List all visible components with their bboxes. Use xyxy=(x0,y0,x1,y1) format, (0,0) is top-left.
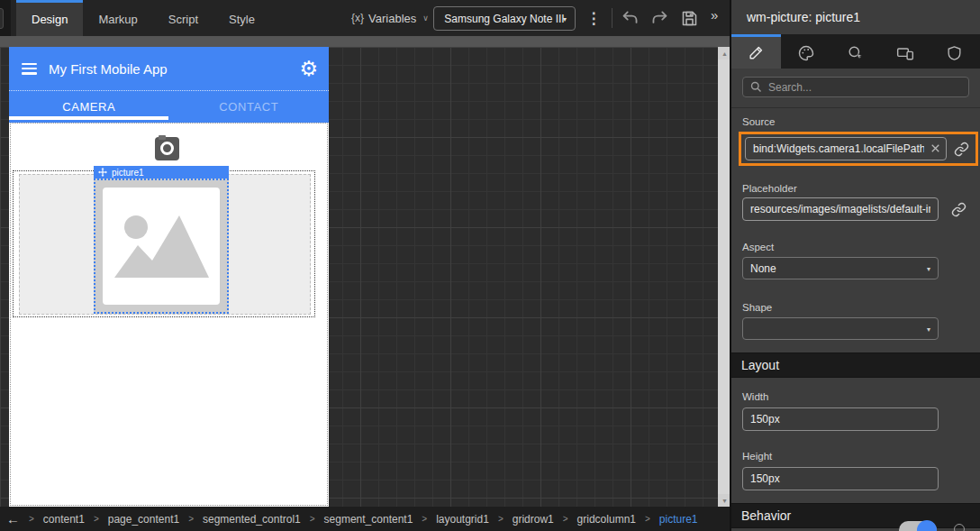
source-label: Source xyxy=(742,116,969,127)
breadcrumb-item-segment-content1[interactable]: segment_content1 xyxy=(324,513,413,526)
source-input[interactable] xyxy=(745,137,947,160)
redo-icon xyxy=(650,10,668,26)
inspector-icon-tabs xyxy=(731,34,980,69)
save-button[interactable] xyxy=(678,8,700,28)
bind-source-button[interactable] xyxy=(950,142,972,157)
breadcrumb-separator-icon: > xyxy=(563,514,568,524)
source-field-highlight xyxy=(739,132,978,166)
gear-icon[interactable]: ⚙ xyxy=(299,59,318,79)
left-panel-toggle[interactable] xyxy=(0,8,4,29)
layout-section-header[interactable]: Layout xyxy=(731,352,980,378)
breadcrumb-item-picture1[interactable]: picture1 xyxy=(659,513,698,526)
canvas-top-strip xyxy=(0,36,731,47)
behavior-toggle[interactable] xyxy=(899,521,937,531)
tab-design[interactable]: Design xyxy=(16,0,83,36)
pencil-icon xyxy=(748,44,765,61)
link-icon xyxy=(954,142,969,157)
back-arrow-icon[interactable]: ← xyxy=(6,511,20,526)
tab-properties[interactable] xyxy=(731,34,781,69)
editor-mode-tabs: Design Markup Script Style xyxy=(16,0,270,36)
height-input[interactable] xyxy=(742,467,939,490)
redo-button[interactable] xyxy=(649,8,670,28)
behavior-section-header[interactable]: Behavior xyxy=(731,503,980,528)
device-selector[interactable]: Samsung Galaxy Note III ▾ xyxy=(433,6,576,31)
chevron-down-icon: ∨ xyxy=(422,14,429,23)
breadcrumb-item-gridrow1[interactable]: gridrow1 xyxy=(513,513,554,526)
mobile-app-header: My First Mobile App ⚙ xyxy=(9,47,329,90)
breadcrumb-separator-icon: > xyxy=(310,514,315,524)
properties-panel: wm-picture: picture1 S xyxy=(730,0,980,531)
collapse-panel-button[interactable]: » xyxy=(711,7,718,23)
breadcrumb-item-content1[interactable]: content1 xyxy=(43,513,85,526)
hamburger-menu-icon[interactable] xyxy=(22,63,37,75)
breadcrumb-separator-icon: > xyxy=(498,514,504,524)
placeholder-label: Placeholder xyxy=(742,183,969,194)
variables-button[interactable]: {x} Variables ∨ xyxy=(351,0,429,36)
close-icon xyxy=(929,142,942,155)
double-chevron-icon: » xyxy=(711,7,718,23)
segment-content-area: picture1 xyxy=(10,123,328,506)
selected-widget-label[interactable]: picture1 xyxy=(94,166,229,179)
variables-icon: {x} xyxy=(351,12,364,24)
camera-widget[interactable] xyxy=(155,137,179,160)
tab-events[interactable] xyxy=(830,34,880,69)
picture-placeholder[interactable] xyxy=(94,179,229,314)
camera-lens-icon xyxy=(160,142,174,155)
camera-notch xyxy=(159,135,166,140)
aspect-select[interactable]: None ▾ xyxy=(742,257,939,279)
picture-widget[interactable]: picture1 xyxy=(94,166,229,314)
bind-placeholder-button[interactable] xyxy=(948,202,969,217)
property-search xyxy=(742,77,969,97)
shield-icon xyxy=(946,44,963,62)
palette-icon xyxy=(797,44,815,62)
move-cross-icon xyxy=(98,168,107,177)
top-toolbar: Design Markup Script Style {x} Variables… xyxy=(0,0,731,36)
widget-breadcrumb: ← > content1 > page_content1 > segmented… xyxy=(0,507,731,531)
width-input[interactable] xyxy=(742,407,939,431)
device-selector-value: Samsung Galaxy Note III xyxy=(444,13,564,25)
tab-script[interactable]: Script xyxy=(153,0,213,36)
aspect-value: None xyxy=(750,262,776,275)
active-segment-underline xyxy=(9,116,168,120)
breadcrumb-separator-icon: > xyxy=(29,514,34,524)
tab-security[interactable] xyxy=(930,34,979,69)
undo-button[interactable] xyxy=(620,8,641,28)
more-options-button[interactable]: ⋮ xyxy=(585,6,602,31)
search-input[interactable] xyxy=(742,77,969,97)
dropdown-arrow-icon: ▾ xyxy=(927,325,930,334)
left-edge-strip xyxy=(0,0,11,36)
breadcrumb-separator-icon: > xyxy=(645,514,650,524)
shape-label: Shape xyxy=(742,302,969,313)
placeholder-input[interactable] xyxy=(742,197,939,221)
undo-icon xyxy=(622,10,640,26)
panel-divider xyxy=(731,107,980,108)
shape-select[interactable]: ▾ xyxy=(742,317,939,340)
breadcrumb-item-page-content1[interactable]: page_content1 xyxy=(108,513,179,526)
breadcrumb-item-segmented-control1[interactable]: segmented_control1 xyxy=(203,513,301,526)
aspect-label: Aspect xyxy=(742,242,969,252)
height-label: Height xyxy=(742,451,969,462)
scroll-down-icon: ▼ xyxy=(721,498,728,504)
dropdown-arrow-icon: ▾ xyxy=(927,265,930,273)
devices-icon xyxy=(895,44,915,62)
save-icon xyxy=(680,9,699,28)
tab-styles[interactable] xyxy=(781,34,830,69)
placeholder-field-row xyxy=(742,197,969,221)
link-icon xyxy=(951,202,966,217)
segment-tab-contact[interactable]: CONTACT xyxy=(169,91,330,123)
image-placeholder-icon xyxy=(103,188,220,305)
search-icon xyxy=(749,80,763,94)
mobile-app-title: My First Mobile App xyxy=(49,61,168,77)
panel-title: wm-picture: picture1 xyxy=(731,0,980,34)
tab-markup[interactable]: Markup xyxy=(83,0,152,36)
segmented-control: CAMERA CONTACT xyxy=(9,90,329,123)
variables-label: Variables xyxy=(368,12,416,25)
width-label: Width xyxy=(742,391,969,402)
tab-style[interactable]: Style xyxy=(213,0,270,36)
clear-binding-button[interactable] xyxy=(929,142,942,155)
breadcrumb-item-gridcolumn1[interactable]: gridcolumn1 xyxy=(577,513,636,526)
app-window: Design Markup Script Style {x} Variables… xyxy=(0,0,980,531)
tab-devices[interactable] xyxy=(880,34,930,69)
breadcrumb-item-layoutgrid1[interactable]: layoutgrid1 xyxy=(436,513,489,526)
kebab-icon: ⋮ xyxy=(586,9,602,28)
